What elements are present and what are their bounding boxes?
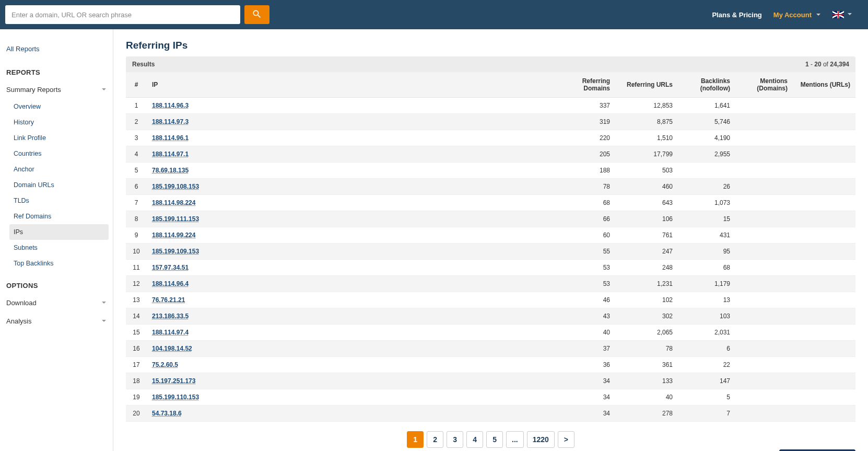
cell-backlinks: 5,746: [678, 114, 735, 130]
cell-index: 13: [126, 292, 147, 308]
col-ip[interactable]: IP: [147, 72, 558, 98]
col-index[interactable]: #: [126, 72, 147, 98]
sidebar-item-ips[interactable]: IPs: [9, 224, 109, 240]
cell-ip: 188.114.98.224: [147, 195, 558, 211]
sidebar-item-history[interactable]: History: [9, 114, 109, 130]
page-3[interactable]: 3: [447, 431, 463, 448]
cell-ref-domains: 34: [558, 373, 615, 389]
cell-ip: 78.69.18.135: [147, 163, 558, 179]
cell-backlinks: 7: [678, 406, 735, 422]
cell-ref-domains: 220: [558, 130, 615, 146]
col-mentions-domains[interactable]: Mentions (Domains): [735, 72, 793, 98]
col-mentions-urls[interactable]: Mentions (URLs): [793, 72, 855, 98]
cell-index: 6: [126, 179, 147, 195]
chevron-down-icon: [816, 11, 821, 19]
sidebar-all-reports[interactable]: All Reports: [4, 40, 109, 58]
cell-mentions-urls: [793, 341, 855, 357]
cell-ip: 188.114.97.3: [147, 114, 558, 130]
cell-mentions-urls: [793, 357, 855, 373]
ip-link[interactable]: 75.2.60.5: [152, 361, 178, 368]
sidebar-item-ref-domains[interactable]: Ref Domains: [9, 209, 109, 224]
cell-ref-domains: 36: [558, 357, 615, 373]
ip-link[interactable]: 54.73.18.6: [152, 410, 182, 417]
nav-plans-pricing[interactable]: Plans & Pricing: [712, 11, 761, 19]
ip-link[interactable]: 188.114.98.224: [152, 199, 195, 206]
cell-mentions-domains: [735, 357, 793, 373]
cell-backlinks: 2,955: [678, 146, 735, 163]
table-row: 19185.199.110.15334405: [126, 389, 855, 406]
table-row: 12188.114.96.4531,2311,179: [126, 276, 855, 292]
cell-mentions-domains: [735, 308, 793, 325]
ip-link[interactable]: 157.97.34.51: [152, 264, 189, 271]
nav-my-account[interactable]: My Account: [773, 11, 821, 19]
cell-mentions-urls: [793, 389, 855, 406]
search-icon: [252, 9, 262, 21]
sidebar-group-summary-label: Summary Reports: [6, 86, 61, 94]
cell-ref-domains: 78: [558, 179, 615, 195]
cell-ref-domains: 66: [558, 211, 615, 227]
page-4[interactable]: 4: [466, 431, 483, 448]
sidebar-item-domain-urls[interactable]: Domain URLs: [9, 177, 109, 193]
page-1220[interactable]: 1220: [527, 431, 555, 448]
ip-link[interactable]: 188.114.97.3: [152, 118, 189, 125]
ip-link[interactable]: 104.198.14.52: [152, 345, 192, 352]
sidebar-group-summary[interactable]: Summary Reports: [4, 80, 109, 99]
ip-link[interactable]: 185.199.108.153: [152, 183, 199, 190]
search-input[interactable]: [5, 5, 240, 24]
sidebar-group-download[interactable]: Download: [4, 294, 109, 312]
topbar: Plans & Pricing My Account: [0, 0, 868, 29]
ip-link[interactable]: 188.114.97.4: [152, 329, 189, 336]
cell-ip: 188.114.97.4: [147, 325, 558, 341]
cell-mentions-domains: [735, 373, 793, 389]
ip-link[interactable]: 188.114.97.1: [152, 151, 189, 158]
ip-link[interactable]: 213.186.33.5: [152, 313, 189, 320]
page-next[interactable]: >: [558, 431, 574, 448]
cell-ref-urls: 106: [615, 211, 678, 227]
cell-ip: 185.199.109.153: [147, 244, 558, 260]
sidebar-group-analysis[interactable]: Analysis: [4, 312, 109, 330]
col-ref-domains[interactable]: Referring Domains: [558, 72, 615, 98]
cell-ref-urls: 17,799: [615, 146, 678, 163]
sidebar-item-top-backlinks[interactable]: Top Backlinks: [9, 256, 109, 271]
sidebar-item-anchor[interactable]: Anchor: [9, 161, 109, 177]
ip-link[interactable]: 78.69.18.135: [152, 167, 189, 174]
cell-ref-domains: 55: [558, 244, 615, 260]
cell-mentions-domains: [735, 341, 793, 357]
sidebar-item-subnets[interactable]: Subnets: [9, 240, 109, 256]
page-5[interactable]: 5: [486, 431, 503, 448]
cell-index: 3: [126, 130, 147, 146]
cell-mentions-domains: [735, 146, 793, 163]
cell-index: 1: [126, 98, 147, 114]
search-button[interactable]: [244, 5, 269, 24]
cell-index: 10: [126, 244, 147, 260]
ip-link[interactable]: 188.114.96.1: [152, 134, 189, 142]
sidebar-item-link-profile[interactable]: Link Profile: [9, 130, 109, 146]
col-ref-urls[interactable]: Referring URLs: [615, 72, 678, 98]
cell-mentions-urls: [793, 406, 855, 422]
cell-backlinks: 2,031: [678, 325, 735, 341]
ip-link[interactable]: 15.197.251.173: [152, 377, 195, 385]
cell-mentions-urls: [793, 325, 855, 341]
ip-link[interactable]: 76.76.21.21: [152, 296, 185, 304]
cell-index: 5: [126, 163, 147, 179]
cell-ref-urls: 247: [615, 244, 678, 260]
ip-link[interactable]: 188.114.96.3: [152, 102, 189, 109]
sidebar-item-overview[interactable]: Overview: [9, 99, 109, 114]
sidebar-item-countries[interactable]: Countries: [9, 146, 109, 161]
ip-link[interactable]: 188.114.99.224: [152, 232, 195, 239]
sidebar-group-analysis-label: Analysis: [6, 317, 31, 325]
page-2[interactable]: 2: [427, 431, 443, 448]
results-bar: Results 1 - 20 of 24,394: [126, 56, 855, 72]
locale-switcher[interactable]: [832, 11, 852, 18]
col-backlinks[interactable]: Backlinks (nofollow): [678, 72, 735, 98]
page-1[interactable]: 1: [407, 431, 424, 448]
ip-link[interactable]: 185.199.110.153: [152, 394, 199, 401]
chevron-down-icon: [101, 86, 107, 94]
ip-link[interactable]: 185.199.111.153: [152, 215, 199, 223]
cell-index: 7: [126, 195, 147, 211]
table-row: 10185.199.109.1535524795: [126, 244, 855, 260]
ip-link[interactable]: 185.199.109.153: [152, 248, 199, 255]
cell-ip: 185.199.110.153: [147, 389, 558, 406]
ip-link[interactable]: 188.114.96.4: [152, 280, 189, 287]
sidebar-item-tlds[interactable]: TLDs: [9, 193, 109, 209]
